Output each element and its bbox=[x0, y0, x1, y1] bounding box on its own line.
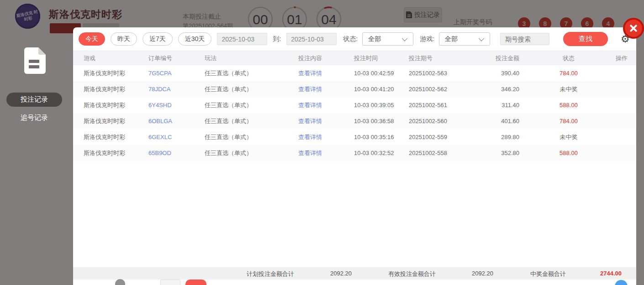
pagination-button[interactable] bbox=[115, 279, 125, 285]
order-link[interactable]: 65B9OD bbox=[148, 150, 171, 156]
close-icon[interactable] bbox=[623, 18, 644, 39]
col-header-play: 玩法 bbox=[194, 54, 288, 62]
col-header-period: 投注期号 bbox=[398, 54, 464, 62]
status-select[interactable]: 全部 bbox=[362, 32, 413, 46]
col-header-content: 投注内容 bbox=[288, 54, 343, 62]
chevron-down-icon bbox=[479, 36, 485, 41]
range-today-button[interactable]: 今天 bbox=[79, 32, 105, 46]
order-link[interactable]: 7G5CPA bbox=[148, 70, 171, 77]
view-detail-link[interactable]: 查看详情 bbox=[298, 70, 322, 77]
col-header-status: 状态 bbox=[522, 54, 616, 62]
sidebar-item-label: 投注记录 bbox=[21, 95, 48, 104]
table-row: 斯洛伐克时时彩 6OBLGA 任三直选（单式） 查看详情 10-03 00:36… bbox=[73, 113, 636, 129]
col-header-time: 投注时间 bbox=[343, 54, 398, 62]
view-detail-link[interactable]: 查看详情 bbox=[298, 150, 322, 156]
chevron-down-icon bbox=[402, 36, 408, 41]
game-select[interactable]: 全部 bbox=[439, 32, 490, 46]
view-detail-link[interactable]: 查看详情 bbox=[298, 86, 322, 93]
records-document-icon bbox=[24, 47, 46, 74]
col-header-order: 订单编号 bbox=[138, 54, 194, 62]
status-select-value: 全部 bbox=[368, 35, 381, 43]
win-total-value: 2744.00 bbox=[600, 270, 622, 277]
date-to-input[interactable] bbox=[286, 33, 337, 45]
order-link[interactable]: 6OBLGA bbox=[148, 118, 172, 124]
period-search-input[interactable] bbox=[500, 33, 549, 45]
status-filter-label: 状态: bbox=[343, 35, 358, 43]
chat-float-button[interactable] bbox=[615, 280, 628, 285]
pagination-go-button[interactable] bbox=[185, 280, 206, 285]
bet-records-modal: 今天 昨天 近7天 近30天 到: 状态: 全部 游戏: 全部 查找 ⚙ 游戏 … bbox=[73, 27, 636, 285]
table-row: 斯洛伐克时时彩 6GEXLC 任三直选（单式） 查看详情 10-03 00:35… bbox=[73, 129, 636, 145]
order-link[interactable]: 6Y4SHD bbox=[148, 102, 172, 109]
valid-total-label: 有效投注金额合计 bbox=[388, 270, 436, 278]
sidebar-item-bet-records[interactable]: 投注记录 bbox=[6, 93, 62, 107]
range-7days-button[interactable]: 近7天 bbox=[143, 32, 173, 46]
view-detail-link[interactable]: 查看详情 bbox=[298, 118, 322, 124]
order-link[interactable]: 78JDCA bbox=[148, 86, 170, 93]
date-from-input[interactable] bbox=[217, 33, 267, 45]
win-total-label: 中奖金额合计 bbox=[530, 270, 566, 278]
view-detail-link[interactable]: 查看详情 bbox=[298, 102, 322, 109]
pagination-page-input[interactable] bbox=[160, 280, 180, 285]
sidebar-item-label: 追号记录 bbox=[21, 114, 48, 122]
game-filter-label: 游戏: bbox=[420, 35, 434, 43]
filter-bar: 今天 昨天 近7天 近30天 到: 状态: 全部 游戏: 全部 查找 ⚙ bbox=[73, 27, 636, 51]
range-30days-button[interactable]: 近30天 bbox=[178, 32, 212, 46]
plan-total-label: 计划投注金额合计 bbox=[247, 270, 294, 278]
search-button[interactable]: 查找 bbox=[563, 32, 608, 46]
col-header-game: 游戏 bbox=[73, 54, 138, 62]
plan-total-value: 2092.20 bbox=[330, 270, 352, 277]
to-label: 到: bbox=[273, 35, 281, 43]
view-detail-link[interactable]: 查看详情 bbox=[298, 134, 322, 140]
table-row: 斯洛伐克时时彩 78JDCA 任三直选（单式） 查看详情 10-03 00:41… bbox=[73, 81, 636, 97]
order-link[interactable]: 6GEXLC bbox=[148, 134, 172, 140]
range-yesterday-button[interactable]: 昨天 bbox=[111, 32, 137, 46]
col-header-amount: 投注金额 bbox=[464, 54, 522, 62]
summary-bar: 计划投注金额合计 2092.20 有效投注金额合计 2092.20 中奖金额合计… bbox=[73, 267, 636, 280]
game-select-value: 全部 bbox=[445, 35, 458, 43]
table-row: 斯洛伐克时时彩 65B9OD 任三直选（单式） 查看详情 10-03 00:32… bbox=[73, 145, 636, 161]
table-header-row: 游戏 订单编号 玩法 投注内容 投注时间 投注期号 投注金额 状态 操作 bbox=[73, 51, 636, 65]
table-row: 斯洛伐克时时彩 7G5CPA 任三直选（单式） 查看详情 10-03 00:42… bbox=[73, 65, 636, 81]
sidebar-item-chase-records[interactable]: 追号记录 bbox=[6, 111, 62, 125]
bet-records-table: 游戏 订单编号 玩法 投注内容 投注时间 投注期号 投注金额 状态 操作 斯洛伐… bbox=[73, 51, 636, 161]
col-header-action: 操作 bbox=[616, 54, 636, 62]
valid-total-value: 2092.20 bbox=[472, 270, 493, 277]
table-row: 斯洛伐克时时彩 6Y4SHD 任三直选（单式） 查看详情 10-03 00:39… bbox=[73, 97, 636, 113]
